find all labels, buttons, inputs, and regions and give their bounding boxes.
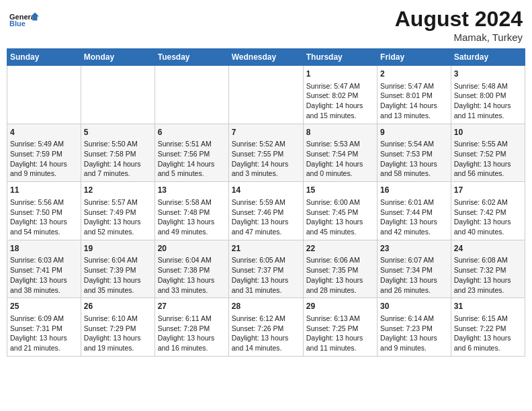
day-info: Sunrise: 6:00 AM Sunset: 7:45 PM Dayligh… — [306, 197, 374, 237]
day-info: Sunrise: 6:12 AM Sunset: 7:26 PM Dayligh… — [232, 314, 300, 353]
cell-3-3: 21Sunrise: 6:05 AM Sunset: 7:37 PM Dayli… — [228, 240, 303, 298]
header-row: SundayMondayTuesdayWednesdayThursdayFrid… — [7, 49, 525, 66]
day-number: 18 — [10, 243, 78, 255]
cell-3-2: 20Sunrise: 6:04 AM Sunset: 7:38 PM Dayli… — [154, 240, 228, 298]
week-row-1: 1Sunrise: 5:47 AM Sunset: 8:02 PM Daylig… — [7, 66, 525, 124]
cell-3-5: 23Sunrise: 6:07 AM Sunset: 7:34 PM Dayli… — [378, 240, 451, 298]
title-block: August 2024 Mamak, Turkey — [395, 7, 523, 43]
day-number: 23 — [380, 243, 448, 255]
day-info: Sunrise: 5:49 AM Sunset: 7:59 PM Dayligh… — [10, 139, 78, 179]
day-number: 25 — [10, 301, 78, 312]
cell-4-1: 26Sunrise: 6:10 AM Sunset: 7:29 PM Dayli… — [81, 298, 154, 357]
day-number: 12 — [84, 185, 152, 196]
cell-2-2: 13Sunrise: 5:58 AM Sunset: 7:48 PM Dayli… — [154, 182, 228, 240]
day-number: 6 — [158, 127, 226, 138]
day-number: 29 — [306, 301, 374, 312]
day-info: Sunrise: 6:04 AM Sunset: 7:38 PM Dayligh… — [158, 255, 226, 295]
day-info: Sunrise: 5:48 AM Sunset: 8:00 PM Dayligh… — [454, 81, 522, 121]
day-number: 21 — [232, 243, 300, 255]
logo-svg: General Blue — [9, 7, 43, 34]
cell-1-3: 7Sunrise: 5:52 AM Sunset: 7:55 PM Daylig… — [228, 124, 303, 182]
cell-0-3 — [228, 66, 303, 124]
day-info: Sunrise: 6:10 AM Sunset: 7:29 PM Dayligh… — [84, 314, 152, 353]
day-info: Sunrise: 6:01 AM Sunset: 7:44 PM Dayligh… — [380, 197, 448, 237]
day-info: Sunrise: 6:13 AM Sunset: 7:25 PM Dayligh… — [306, 314, 374, 353]
cell-1-0: 4Sunrise: 5:49 AM Sunset: 7:59 PM Daylig… — [7, 124, 81, 182]
day-number: 8 — [306, 127, 374, 138]
day-number: 1 — [306, 68, 374, 80]
header-sunday: Sunday — [7, 49, 81, 66]
cell-2-5: 16Sunrise: 6:01 AM Sunset: 7:44 PM Dayli… — [378, 182, 451, 240]
cell-1-5: 9Sunrise: 5:54 AM Sunset: 7:53 PM Daylig… — [378, 124, 451, 182]
day-number: 19 — [84, 243, 152, 255]
day-info: Sunrise: 5:54 AM Sunset: 7:53 PM Dayligh… — [380, 139, 448, 179]
cell-4-2: 27Sunrise: 6:11 AM Sunset: 7:28 PM Dayli… — [154, 298, 228, 357]
day-info: Sunrise: 5:51 AM Sunset: 7:56 PM Dayligh… — [158, 139, 226, 179]
day-info: Sunrise: 5:53 AM Sunset: 7:54 PM Dayligh… — [306, 139, 374, 179]
day-info: Sunrise: 6:09 AM Sunset: 7:31 PM Dayligh… — [10, 314, 78, 353]
day-info: Sunrise: 6:03 AM Sunset: 7:41 PM Dayligh… — [10, 255, 78, 295]
cell-0-2 — [154, 66, 228, 124]
cell-4-3: 28Sunrise: 6:12 AM Sunset: 7:26 PM Dayli… — [228, 298, 303, 357]
calendar-table: SundayMondayTuesdayWednesdayThursdayFrid… — [7, 48, 525, 357]
cell-2-6: 17Sunrise: 6:02 AM Sunset: 7:42 PM Dayli… — [451, 182, 525, 240]
day-info: Sunrise: 6:06 AM Sunset: 7:35 PM Dayligh… — [306, 255, 374, 295]
cell-4-6: 31Sunrise: 6:15 AM Sunset: 7:22 PM Dayli… — [451, 298, 525, 357]
cell-3-1: 19Sunrise: 6:04 AM Sunset: 7:39 PM Dayli… — [81, 240, 154, 298]
day-info: Sunrise: 6:15 AM Sunset: 7:22 PM Dayligh… — [454, 314, 522, 353]
day-info: Sunrise: 5:57 AM Sunset: 7:49 PM Dayligh… — [84, 197, 152, 237]
day-info: Sunrise: 5:47 AM Sunset: 8:01 PM Dayligh… — [380, 81, 448, 121]
cell-3-4: 22Sunrise: 6:06 AM Sunset: 7:35 PM Dayli… — [303, 240, 377, 298]
cell-0-0 — [7, 66, 81, 124]
day-info: Sunrise: 6:11 AM Sunset: 7:28 PM Dayligh… — [158, 314, 226, 353]
day-info: Sunrise: 5:58 AM Sunset: 7:48 PM Dayligh… — [158, 197, 226, 237]
week-row-3: 11Sunrise: 5:56 AM Sunset: 7:50 PM Dayli… — [7, 182, 525, 240]
day-number: 5 — [84, 127, 152, 138]
page-header: General Blue August 2024 Mamak, Turkey — [7, 7, 525, 43]
day-info: Sunrise: 5:47 AM Sunset: 8:02 PM Dayligh… — [306, 81, 374, 121]
month-year: August 2024 — [395, 7, 523, 32]
week-row-4: 18Sunrise: 6:03 AM Sunset: 7:41 PM Dayli… — [7, 240, 525, 298]
day-number: 28 — [232, 301, 300, 312]
cell-0-4: 1Sunrise: 5:47 AM Sunset: 8:02 PM Daylig… — [303, 66, 377, 124]
header-monday: Monday — [81, 49, 154, 66]
day-number: 16 — [380, 185, 448, 196]
day-number: 26 — [84, 301, 152, 312]
day-info: Sunrise: 5:50 AM Sunset: 7:58 PM Dayligh… — [84, 139, 152, 179]
cell-1-6: 10Sunrise: 5:55 AM Sunset: 7:52 PM Dayli… — [451, 124, 525, 182]
cell-1-4: 8Sunrise: 5:53 AM Sunset: 7:54 PM Daylig… — [303, 124, 377, 182]
cell-4-4: 29Sunrise: 6:13 AM Sunset: 7:25 PM Dayli… — [303, 298, 377, 357]
day-number: 7 — [232, 127, 300, 138]
day-number: 9 — [380, 127, 448, 138]
day-info: Sunrise: 6:02 AM Sunset: 7:42 PM Dayligh… — [454, 197, 522, 237]
header-saturday: Saturday — [451, 49, 525, 66]
location: Mamak, Turkey — [395, 32, 523, 43]
day-info: Sunrise: 6:04 AM Sunset: 7:39 PM Dayligh… — [84, 255, 152, 295]
header-wednesday: Wednesday — [228, 49, 303, 66]
day-number: 10 — [454, 127, 522, 138]
cell-1-2: 6Sunrise: 5:51 AM Sunset: 7:56 PM Daylig… — [154, 124, 228, 182]
day-info: Sunrise: 6:05 AM Sunset: 7:37 PM Dayligh… — [232, 255, 300, 295]
week-row-5: 25Sunrise: 6:09 AM Sunset: 7:31 PM Dayli… — [7, 298, 525, 357]
cell-3-0: 18Sunrise: 6:03 AM Sunset: 7:41 PM Dayli… — [7, 240, 81, 298]
header-tuesday: Tuesday — [154, 49, 228, 66]
cell-1-1: 5Sunrise: 5:50 AM Sunset: 7:58 PM Daylig… — [81, 124, 154, 182]
day-number: 30 — [380, 301, 448, 312]
cell-2-3: 14Sunrise: 5:59 AM Sunset: 7:46 PM Dayli… — [228, 182, 303, 240]
header-thursday: Thursday — [303, 49, 377, 66]
day-info: Sunrise: 5:55 AM Sunset: 7:52 PM Dayligh… — [454, 139, 522, 179]
day-number: 4 — [10, 127, 78, 138]
cell-0-5: 2Sunrise: 5:47 AM Sunset: 8:01 PM Daylig… — [378, 66, 451, 124]
cell-0-6: 3Sunrise: 5:48 AM Sunset: 8:00 PM Daylig… — [451, 66, 525, 124]
day-info: Sunrise: 6:14 AM Sunset: 7:23 PM Dayligh… — [380, 314, 448, 353]
day-info: Sunrise: 6:08 AM Sunset: 7:32 PM Dayligh… — [454, 255, 522, 295]
day-number: 11 — [10, 185, 78, 196]
cell-0-1 — [81, 66, 154, 124]
cell-2-0: 11Sunrise: 5:56 AM Sunset: 7:50 PM Dayli… — [7, 182, 81, 240]
day-info: Sunrise: 6:07 AM Sunset: 7:34 PM Dayligh… — [380, 255, 448, 295]
day-number: 14 — [232, 185, 300, 196]
day-number: 13 — [158, 185, 226, 196]
day-number: 17 — [454, 185, 522, 196]
cell-2-1: 12Sunrise: 5:57 AM Sunset: 7:49 PM Dayli… — [81, 182, 154, 240]
header-friday: Friday — [378, 49, 451, 66]
